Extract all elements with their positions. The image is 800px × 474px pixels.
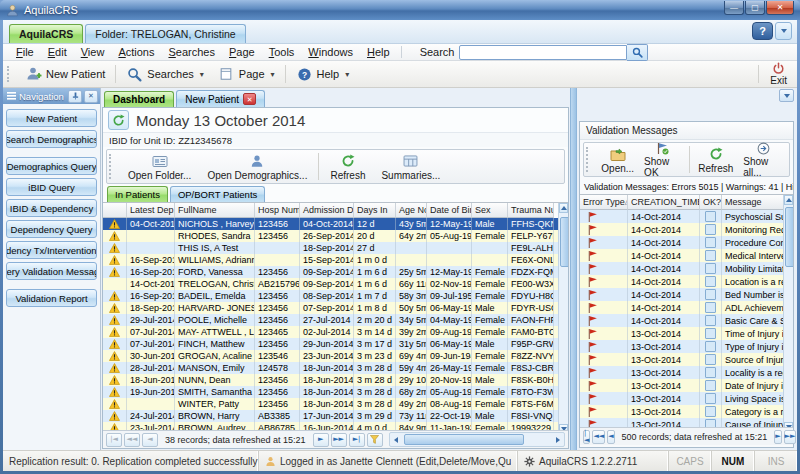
table-row[interactable]: 19-Jun-2014SMITH, Samantha12345618-Jun-2… (103, 386, 568, 398)
tab-new-patient[interactable]: New Patient ✕ (176, 90, 265, 107)
table-row[interactable]: 04-Oct-2014NICHOLS , Harvey12345604-Oct-… (103, 218, 568, 230)
close-button[interactable]: ✕ (766, 1, 794, 15)
patients-table-hscrollbar[interactable] (389, 432, 565, 447)
next-page-icon[interactable]: ► (774, 430, 781, 444)
validation-row[interactable]: 13-Oct-2014Date of Injury is (580, 379, 793, 392)
tab-dashboard[interactable]: Dashboard (104, 91, 174, 107)
nav-button-new-patient[interactable]: New Patient (6, 109, 97, 127)
column-header-error-type[interactable]: Error Type△ (580, 195, 628, 210)
fast-next-icon[interactable]: ►► (784, 430, 797, 444)
nav-button-dependency-query[interactable]: Dependency Query (6, 220, 97, 238)
last-page-icon[interactable]: ►| (349, 433, 365, 447)
page-button[interactable]: Page ▾ (211, 62, 282, 86)
ok-checkbox[interactable] (705, 276, 716, 287)
scrollbar-thumb[interactable] (785, 207, 794, 267)
menu-searches[interactable]: Searches (161, 45, 221, 59)
minimize-button[interactable]: — (724, 1, 744, 15)
ok-checkbox[interactable] (705, 211, 716, 222)
validation-row[interactable]: 14-Oct-2014Psychoscial Supp (580, 210, 793, 223)
table-row[interactable]: 29-Jul-2014POOLE, Michelle12345627-Jul-2… (103, 314, 568, 326)
validation-row[interactable]: 14-Oct-2014Procedure Compl (580, 236, 793, 249)
column-header-age-now[interactable]: Age Now (396, 203, 427, 218)
validation-row[interactable]: 14-Oct-2014Location is a requ (580, 275, 793, 288)
nav-button-demographics-query[interactable]: Demographics Query (6, 157, 97, 175)
app-tab-aquilacrs[interactable]: AquilaCRS (9, 24, 83, 43)
validation-row[interactable]: 13-Oct-2014Time of Injury is (580, 327, 793, 340)
close-tab-icon[interactable]: ✕ (243, 93, 256, 105)
menu-tools[interactable]: Tools (262, 45, 302, 59)
prev-page-icon[interactable]: ◄ (142, 433, 158, 447)
ok-checkbox[interactable] (705, 237, 716, 248)
exit-button[interactable]: Exit (762, 62, 795, 86)
nav-button-ibid-query[interactable]: iBID Query (6, 178, 97, 196)
nav-button-validation-report[interactable]: Validation Report (6, 289, 97, 307)
refresh-validation-button[interactable]: Refresh (693, 143, 738, 176)
summaries-button[interactable]: Summaries... (373, 150, 448, 183)
table-row[interactable]: 07-Jul-2014MAY- ATTWELL , Lucy12346502-J… (103, 326, 568, 338)
table-row[interactable]: RHODES, Sandra12345626-Sep-201420 d64y 2… (103, 230, 568, 242)
table-row[interactable]: 28-Jul-2014MANSON, Emily12457818-Jun-201… (103, 362, 568, 374)
ok-checkbox[interactable] (705, 302, 716, 313)
ok-checkbox[interactable] (705, 289, 716, 300)
table-row[interactable]: 18-Sep-2014HARVARD- JONES, Gray12345607-… (103, 302, 568, 314)
refresh-date-icon[interactable] (108, 110, 129, 130)
nav-button-ibid-dependency[interactable]: IBID & Dependency (6, 199, 97, 217)
ok-checkbox[interactable] (705, 406, 716, 417)
column-header-admission-da[interactable]: Admission Da▽ (300, 203, 354, 218)
search-icon[interactable] (627, 44, 648, 61)
ok-checkbox[interactable] (705, 315, 716, 326)
validation-row[interactable]: 13-Oct-2014Locality is a requ (580, 366, 793, 379)
validation-row[interactable]: 14-Oct-2014Medical Interven (580, 249, 793, 262)
menu-file[interactable]: File (9, 45, 41, 59)
column-header-date-of-birth[interactable]: Date of Birth (427, 203, 472, 218)
column-header-creation-time[interactable]: CREATION_TIME▽ (628, 195, 700, 210)
validation-row[interactable]: 13-Oct-2014Source of Injury (580, 353, 793, 366)
scrollbar-thumb[interactable] (560, 217, 569, 267)
ok-checkbox[interactable] (705, 341, 716, 352)
scroll-up-icon[interactable] (559, 203, 568, 213)
table-row[interactable]: THIS IS, A Test18-Sep-201427 dFE9L-ALH (103, 242, 568, 254)
tab-in-patients[interactable]: In Patients (107, 186, 168, 202)
column-header-sex[interactable]: Sex (472, 203, 508, 218)
filter-icon[interactable] (367, 433, 383, 447)
ok-checkbox[interactable] (705, 354, 716, 365)
prev-page-icon[interactable]: ◄ (607, 430, 614, 444)
searches-button[interactable]: Searches ▾ (119, 62, 211, 86)
table-row[interactable]: 16-Sep-2014BADEIL, Emelda12345608-Sep-20… (103, 290, 568, 302)
new-patient-button[interactable]: New Patient (18, 62, 112, 86)
first-page-icon[interactable]: |◄ (583, 430, 590, 444)
first-page-icon[interactable]: |◄ (106, 433, 122, 447)
help-icon[interactable]: ? (752, 22, 773, 40)
column-header-fullname[interactable]: FullName (175, 203, 255, 218)
menu-edit[interactable]: Edit (41, 45, 74, 59)
help-button[interactable]: ? Help ▾ (289, 62, 357, 86)
validation-row[interactable]: 14-Oct-2014ADL Achievemen (580, 301, 793, 314)
app-tab-folder[interactable]: Folder: TRELOGAN, Christine (85, 24, 245, 43)
column-header-days-in[interactable]: Days In (354, 203, 396, 218)
ok-checkbox[interactable] (705, 328, 716, 339)
close-panel-icon[interactable]: ✕ (84, 90, 98, 103)
table-row[interactable]: 07-Jul-2014FINCH, Matthew12345629-Jun-20… (103, 338, 568, 350)
menu-view[interactable]: View (74, 45, 112, 59)
column-header-ok-[interactable]: OK? (700, 195, 722, 210)
scroll-left-icon[interactable] (390, 433, 402, 446)
toolbar-grip[interactable] (109, 154, 117, 179)
fast-prev-icon[interactable]: ◄◄ (124, 433, 140, 447)
maximize-button[interactable]: ▢ (745, 1, 765, 15)
open-folder-button[interactable]: Open Folder... (120, 150, 199, 183)
validation-row[interactable]: 14-Oct-2014Basic Care & Sup (580, 314, 793, 327)
column-header-hosp-number[interactable]: Hosp Number (255, 203, 300, 218)
show-all-button[interactable]: Show all... (738, 143, 789, 176)
scroll-up-icon[interactable] (784, 195, 793, 205)
validation-table-vscrollbar[interactable] (783, 195, 793, 432)
open-message-button[interactable]: Open... (596, 143, 639, 176)
column-header-message[interactable]: Message (722, 195, 788, 210)
refresh-button[interactable]: Refresh (322, 150, 373, 183)
menu-actions[interactable]: Actions (111, 45, 161, 59)
validation-row[interactable]: 14-Oct-2014Mobility Limitatio (580, 262, 793, 275)
menu-page[interactable]: Page (222, 45, 262, 59)
patients-table-vscrollbar[interactable] (558, 203, 568, 434)
menu-windows[interactable]: Windows (301, 45, 360, 59)
table-row[interactable]: WINTER, Patty12345618-Jun-20143 m 28 d49… (103, 398, 568, 410)
table-row[interactable]: 16-Sep-2014WILLIAMS, Adrianne15-Sep-2014… (103, 254, 568, 266)
